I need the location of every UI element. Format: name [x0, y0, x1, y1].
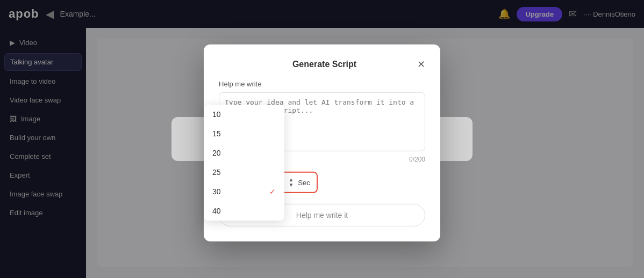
option-label: 10: [212, 110, 221, 119]
duration-spinner[interactable]: ▲ ▼: [288, 177, 294, 188]
dropdown-option-20[interactable]: 20: [204, 143, 284, 163]
option-label: 25: [212, 168, 221, 177]
dropdown-option-30[interactable]: 30 ✓: [204, 182, 284, 201]
dropdown-option-40[interactable]: 40: [204, 201, 284, 221]
modal-script-header: Generate Script ✕: [219, 60, 425, 69]
dropdown-option-10[interactable]: 10: [204, 105, 284, 124]
option-label: 30: [212, 187, 221, 196]
duration-dropdown[interactable]: 10 15 20 25 30 ✓ 40: [204, 105, 284, 221]
option-label: 20: [212, 149, 221, 157]
modal-script-close-button[interactable]: ✕: [417, 60, 425, 69]
help-label: Help me write: [219, 80, 425, 88]
dropdown-option-25[interactable]: 25: [204, 163, 284, 182]
arrow-down-icon[interactable]: ▼: [288, 182, 294, 188]
option-label: 15: [212, 129, 221, 138]
modal-script-title: Generate Script: [232, 60, 417, 69]
dropdown-option-15[interactable]: 15: [204, 124, 284, 143]
option-label: 40: [212, 207, 221, 215]
check-icon: ✓: [269, 187, 276, 196]
duration-unit: Sec: [298, 178, 310, 186]
